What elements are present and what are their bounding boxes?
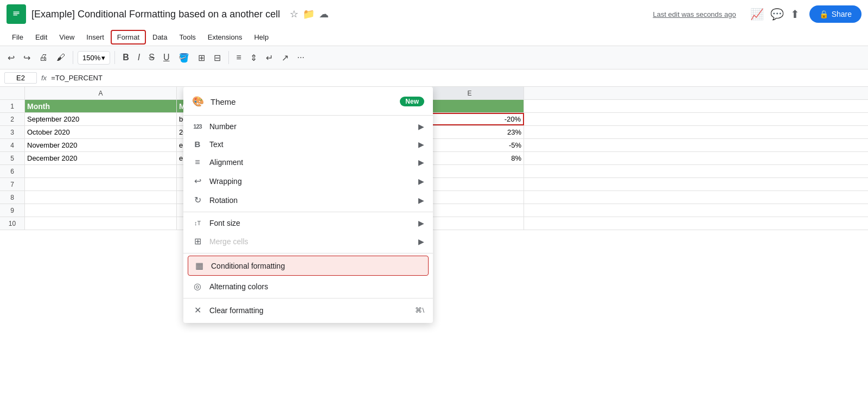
- row-num-9: 9: [0, 204, 25, 217]
- share-label: Share: [832, 10, 852, 18]
- redo-button[interactable]: ↪: [20, 50, 34, 65]
- zoom-value: 150%: [82, 54, 100, 62]
- format-menu-item-merge: ⊞ Merge cells ▶: [183, 232, 433, 251]
- zoom-chevron: ▾: [101, 54, 105, 62]
- menu-format[interactable]: Format: [111, 30, 146, 45]
- col-header-a[interactable]: A: [25, 87, 177, 99]
- format-menu-item-wrapping[interactable]: ↩ Wrapping ▶: [183, 172, 433, 191]
- theme-icon: 🎨: [192, 96, 204, 107]
- print-button[interactable]: 🖨: [36, 50, 51, 65]
- table-row: 4 November 2020 er 2021 1800 -5%: [0, 139, 868, 152]
- alternating-label: Alternating colors: [209, 282, 424, 291]
- bold-button[interactable]: B: [119, 50, 132, 65]
- menu-file[interactable]: File: [7, 31, 29, 43]
- table-row: 9: [0, 204, 868, 217]
- menu-divider-2: [183, 212, 433, 212]
- rotation-arrow: ▶: [418, 196, 424, 205]
- row-num-7: 7: [0, 178, 25, 191]
- separator-1: [73, 51, 73, 64]
- table-row: 3 October 2020 2021 2504 23%: [0, 126, 868, 139]
- text-rotation-button[interactable]: ↗: [278, 50, 292, 65]
- cell-a7[interactable]: [25, 178, 177, 191]
- svg-rect-1: [14, 11, 20, 12]
- formula-input[interactable]: =TO_PERCENT: [51, 74, 864, 82]
- strikethrough-button[interactable]: S: [145, 50, 158, 65]
- analytics-icon[interactable]: 📈: [750, 8, 764, 21]
- underline-button[interactable]: U: [160, 50, 173, 65]
- folder-icon[interactable]: 📁: [303, 8, 315, 20]
- wrapping-label: Wrapping: [209, 177, 412, 186]
- table-row: 5 December 2020 er 2021 1789 8%: [0, 152, 868, 165]
- format-menu-item-text[interactable]: B Text ▶: [183, 135, 433, 153]
- row-num-header: [0, 87, 25, 99]
- menu-help[interactable]: Help: [248, 31, 274, 43]
- font-size-icon: ↕T: [192, 220, 203, 226]
- menu-insert[interactable]: Insert: [81, 31, 110, 43]
- row-num-10: 10: [0, 217, 25, 230]
- upload-icon[interactable]: ⬆: [790, 8, 800, 21]
- format-menu-item-clear[interactable]: ✕ Clear formatting ⌘\: [183, 301, 433, 320]
- row-num-6: 6: [0, 165, 25, 177]
- star-icon[interactable]: ☆: [290, 8, 298, 20]
- format-menu-item-number[interactable]: 123 Number ▶: [183, 118, 433, 135]
- column-header-row: A C D E: [0, 87, 868, 100]
- menu-view[interactable]: View: [54, 31, 80, 43]
- table-row: 6: [0, 165, 868, 178]
- menu-data[interactable]: Data: [147, 31, 173, 43]
- comment-icon[interactable]: 💬: [770, 8, 784, 21]
- menu-divider-1: [183, 115, 433, 116]
- cell-a4[interactable]: November 2020: [25, 139, 177, 151]
- merge-button[interactable]: ⊟: [210, 50, 224, 65]
- conditional-label: Conditional formatting: [211, 262, 423, 270]
- format-menu-item-conditional[interactable]: ▦ Conditional formatting: [188, 256, 429, 276]
- cell-a2[interactable]: September 2020: [25, 113, 177, 125]
- font-size-arrow: ▶: [418, 219, 424, 227]
- font-size-label: Font size: [209, 219, 412, 227]
- cell-a5[interactable]: December 2020: [25, 152, 177, 164]
- format-dropdown-menu: 🎨 Theme New 123 Number ▶ B Text ▶ ≡ Alig…: [183, 87, 433, 323]
- wrapping-arrow: ▶: [418, 177, 424, 186]
- cell-a8[interactable]: [25, 191, 177, 204]
- text-label: Text: [209, 140, 412, 149]
- undo-button[interactable]: ↩: [4, 50, 18, 65]
- halign-button[interactable]: ≡: [233, 50, 245, 65]
- menu-tools[interactable]: Tools: [174, 31, 201, 43]
- cell-reference[interactable]: E2: [4, 72, 37, 84]
- format-menu-item-rotation[interactable]: ↻ Rotation ▶: [183, 191, 433, 209]
- sheet-container: A C D E 1 Month Month Page Views YoY 2 S…: [0, 87, 868, 400]
- lock-icon: 🔒: [819, 10, 828, 18]
- cell-a6[interactable]: [25, 165, 177, 177]
- svg-rect-2: [14, 13, 20, 14]
- cell-a9[interactable]: [25, 204, 177, 217]
- doc-title: [Example] Conditional Formatting based o…: [31, 9, 280, 20]
- share-button[interactable]: 🔒 Share: [809, 5, 861, 23]
- more-button[interactable]: ···: [294, 50, 308, 65]
- title-icons: ☆ 📁 ☁: [290, 8, 329, 20]
- table-row: 7: [0, 178, 868, 191]
- rotation-icon: ↻: [192, 195, 203, 205]
- cloud-icon[interactable]: ☁: [319, 8, 329, 20]
- format-menu-item-theme[interactable]: 🎨 Theme New: [183, 90, 433, 113]
- format-menu-item-font-size[interactable]: ↕T Font size ▶: [183, 214, 433, 232]
- format-menu-item-alternating[interactable]: ◎ Alternating colors: [183, 277, 433, 296]
- merge-icon: ⊞: [192, 236, 203, 246]
- format-menu-item-alignment[interactable]: ≡ Alignment ▶: [183, 153, 433, 172]
- paint-format-button[interactable]: 🖌: [53, 50, 68, 65]
- cell-a10[interactable]: [25, 217, 177, 230]
- row-num-4: 4: [0, 139, 25, 151]
- table-row: 8: [0, 191, 868, 204]
- table-row: 2 September 2020 ber 2021 1800 -20%: [0, 113, 868, 126]
- row-num-1: 1: [0, 100, 25, 112]
- italic-button[interactable]: I: [135, 50, 143, 65]
- number-icon: 123: [192, 123, 203, 130]
- borders-button[interactable]: ⊞: [195, 50, 208, 65]
- text-wrap-button[interactable]: ↵: [263, 50, 276, 65]
- valign-button[interactable]: ⇕: [247, 50, 260, 65]
- fill-color-button[interactable]: 🪣: [175, 50, 193, 65]
- cell-a3[interactable]: October 2020: [25, 126, 177, 138]
- zoom-control[interactable]: 150% ▾: [78, 51, 110, 65]
- menu-edit[interactable]: Edit: [30, 31, 53, 43]
- menu-extensions[interactable]: Extensions: [202, 31, 248, 43]
- cell-a1[interactable]: Month: [25, 100, 177, 112]
- number-label: Number: [209, 122, 412, 131]
